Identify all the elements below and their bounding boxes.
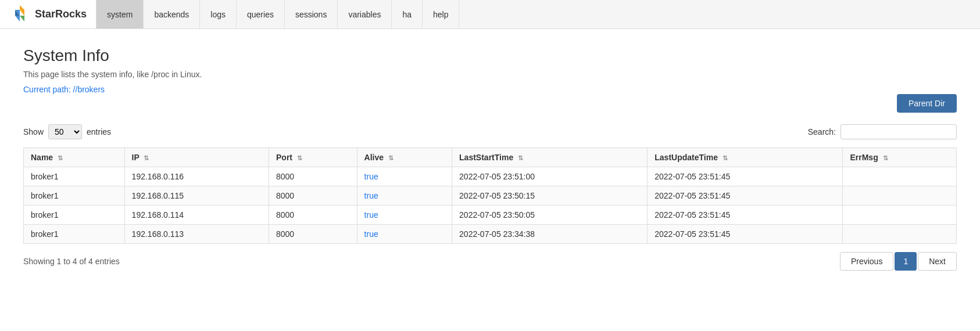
nav-variables[interactable]: variables [338,0,392,28]
sort-icon-alive: ⇅ [388,154,394,162]
pagination: Previous 1 Next [840,252,957,271]
col-errmsg[interactable]: ErrMsg ⇅ [843,148,957,167]
page-1-button[interactable]: 1 [895,252,917,271]
svg-marker-4 [20,16,24,21]
brand-name: StarRocks [35,8,87,20]
table-controls: Show 10 25 50 100 entries Search: [23,124,957,139]
cell-row0-col2: 8000 [269,167,357,186]
cell-row2-col3: true [357,206,452,225]
cell-row0-col6 [843,167,957,186]
entries-label: entries [87,127,111,136]
table-body: broker1192.168.0.1168000true2022-07-05 2… [24,167,957,244]
logo-icon [9,4,30,25]
table-row: broker1192.168.0.1168000true2022-07-05 2… [24,167,957,186]
col-name[interactable]: Name ⇅ [24,148,125,167]
cell-row3-col4: 2022-07-05 23:34:38 [452,225,648,244]
parent-dir-button[interactable]: Parent Dir [897,94,957,113]
sort-icon-port: ⇅ [297,154,302,162]
cell-row3-col3: true [357,225,452,244]
cell-row0-col1: 192.168.0.116 [124,167,269,186]
showing-text: Showing 1 to 4 of 4 entries [23,257,120,266]
page-description: This page lists the system info, like /p… [23,70,957,79]
entries-select[interactable]: 10 25 50 100 [48,124,82,139]
col-last-start[interactable]: LastStartTime ⇅ [452,148,648,167]
cell-row1-col3: true [357,186,452,206]
sort-icon-lastupdate: ⇅ [723,154,728,162]
svg-marker-3 [15,16,20,21]
cell-row0-col0: broker1 [24,167,125,186]
previous-button[interactable]: Previous [840,252,893,271]
nav-system[interactable]: system [96,0,144,28]
cell-row1-col5: 2022-07-05 23:51:45 [648,186,843,206]
nav-ha[interactable]: ha [392,0,423,28]
cell-row1-col0: broker1 [24,186,125,206]
current-path-link[interactable]: Current path: //brokers [23,85,105,94]
sort-icon-ip: ⇅ [144,154,149,162]
cell-row1-col6 [843,186,957,206]
cell-row1-col4: 2022-07-05 23:50:15 [452,186,648,206]
sort-icon-laststart: ⇅ [518,154,523,162]
search-box: Search: [808,124,957,139]
cell-row3-col0: broker1 [24,225,125,244]
cell-row0-col4: 2022-07-05 23:51:00 [452,167,648,186]
col-ip[interactable]: IP ⇅ [124,148,269,167]
table-row: broker1192.168.0.1158000true2022-07-05 2… [24,186,957,206]
col-port[interactable]: Port ⇅ [269,148,357,167]
page-title: System Info [23,46,957,65]
search-label: Search: [808,127,836,136]
cell-row1-col1: 192.168.0.115 [124,186,269,206]
cell-row2-col0: broker1 [24,206,125,225]
data-table: Name ⇅ IP ⇅ Port ⇅ Alive ⇅ LastStartTime [23,147,957,244]
cell-row1-col2: 8000 [269,186,357,206]
cell-row3-col2: 8000 [269,225,357,244]
cell-row2-col1: 192.168.0.114 [124,206,269,225]
navbar: StarRocks system backends logs queries s… [0,0,980,29]
show-label: Show [23,127,44,136]
sort-icon-errmsg: ⇅ [883,154,888,162]
main-content: System Info This page lists the system i… [0,29,980,288]
cell-row0-col3: true [357,167,452,186]
table-row: broker1192.168.0.1148000true2022-07-05 2… [24,206,957,225]
cell-row2-col5: 2022-07-05 23:51:45 [648,206,843,225]
svg-marker-1 [20,10,24,16]
col-last-update[interactable]: LastUpdateTime ⇅ [648,148,843,167]
cell-row2-col4: 2022-07-05 23:50:05 [452,206,648,225]
nav-items: system backends logs queries sessions va… [96,0,459,28]
col-alive[interactable]: Alive ⇅ [357,148,452,167]
cell-row2-col2: 8000 [269,206,357,225]
pagination-row: Showing 1 to 4 of 4 entries Previous 1 N… [23,252,957,271]
nav-backends[interactable]: backends [144,0,200,28]
search-input[interactable] [840,124,957,139]
parent-dir-row: Parent Dir [23,94,957,113]
cell-row2-col6 [843,206,957,225]
brand: StarRocks [0,0,96,28]
table-row: broker1192.168.0.1138000true2022-07-05 2… [24,225,957,244]
show-entries: Show 10 25 50 100 entries [23,124,111,139]
nav-queries[interactable]: queries [237,0,285,28]
sort-icon-name: ⇅ [58,154,63,162]
cell-row3-col6 [843,225,957,244]
cell-row3-col1: 192.168.0.113 [124,225,269,244]
next-button[interactable]: Next [918,252,957,271]
nav-help[interactable]: help [423,0,459,28]
nav-sessions[interactable]: sessions [285,0,338,28]
nav-logs[interactable]: logs [200,0,237,28]
table-header: Name ⇅ IP ⇅ Port ⇅ Alive ⇅ LastStartTime [24,148,957,167]
cell-row3-col5: 2022-07-05 23:51:45 [648,225,843,244]
cell-row0-col5: 2022-07-05 23:51:45 [648,167,843,186]
svg-marker-0 [20,5,24,10]
